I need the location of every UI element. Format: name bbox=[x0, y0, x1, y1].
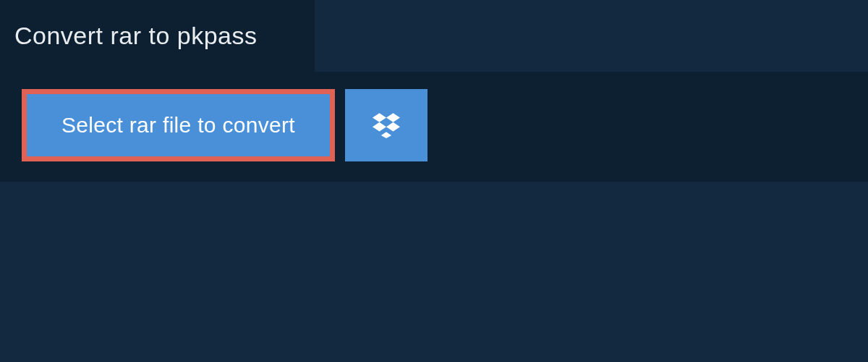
header-bar: Convert rar to pkpass bbox=[0, 0, 315, 72]
action-area: Select rar file to convert bbox=[0, 72, 868, 182]
dropbox-icon bbox=[373, 111, 400, 140]
dropbox-button[interactable] bbox=[345, 89, 427, 161]
select-file-button[interactable]: Select rar file to convert bbox=[22, 89, 335, 161]
body-fill bbox=[0, 182, 868, 362]
page-title: Convert rar to pkpass bbox=[14, 22, 300, 50]
